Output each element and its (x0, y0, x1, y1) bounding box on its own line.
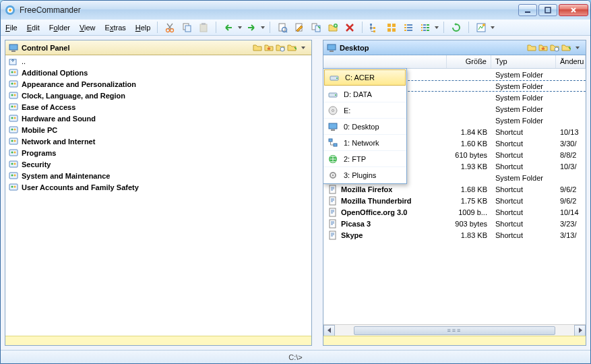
paste-button[interactable] (196, 21, 211, 34)
table-row[interactable]: OpenOffice.org 3.01009 b...Shortcut10/14 (323, 206, 586, 218)
back-button[interactable] (221, 21, 236, 34)
settings-dropdown[interactable] (491, 22, 495, 34)
back-dropdown[interactable] (238, 22, 242, 34)
drive-option[interactable]: D: DATA (323, 86, 406, 102)
list-item[interactable]: Appearance and Personalization (5, 78, 311, 90)
row-size: 1.83 KB (447, 231, 491, 239)
drive-option[interactable]: 0: Desktop (323, 119, 406, 135)
favorite-icon[interactable] (538, 42, 549, 53)
scroll-right-button[interactable] (574, 325, 586, 336)
favorite-icon[interactable] (263, 42, 274, 53)
menu-edit[interactable]: Edit (22, 20, 44, 35)
updir-item[interactable]: .. (5, 55, 311, 67)
col-size[interactable]: Größe (447, 55, 491, 68)
splitter[interactable] (316, 40, 319, 346)
history-icon[interactable] (549, 42, 560, 53)
copy-file-button[interactable] (309, 21, 323, 34)
header-dropdown-icon[interactable] (572, 42, 583, 53)
left-pane-header[interactable]: Control Panel (5, 40, 311, 55)
svg-rect-55 (9, 104, 18, 110)
svg-rect-33 (421, 30, 423, 31)
refresh-button[interactable] (449, 21, 464, 34)
list-item[interactable]: Clock, Language, and Region (5, 90, 311, 101)
thumb-view-button[interactable] (384, 21, 399, 34)
delete-button[interactable] (342, 21, 357, 34)
settings-button[interactable] (474, 21, 489, 34)
svg-rect-30 (407, 30, 412, 31)
col-modified[interactable]: Änderu (556, 55, 586, 68)
tree-view-button[interactable] (367, 21, 382, 34)
copy-button[interactable] (179, 21, 194, 34)
table-row[interactable]: Picasa 3903 bytesShortcut3/23/ (323, 218, 586, 229)
filter-icon[interactable] (286, 42, 297, 53)
right-pane-header[interactable]: Desktop (323, 40, 586, 55)
toolbar-misc (446, 20, 466, 35)
list-item[interactable]: System and Maintenance (5, 170, 311, 181)
minimize-button[interactable] (518, 4, 537, 16)
folder-icon[interactable] (252, 42, 263, 53)
svg-rect-70 (9, 161, 18, 167)
edit-button[interactable] (292, 21, 307, 34)
h-scrollbar[interactable]: ≡≡≡ (323, 324, 586, 336)
drive-option[interactable]: 1: Network (323, 135, 406, 151)
col-type[interactable]: Typ (491, 55, 556, 68)
drive-option[interactable]: C: ACER (324, 69, 406, 86)
menu-help[interactable]: Help (131, 20, 156, 35)
list-view-button[interactable] (401, 21, 416, 34)
list-item[interactable]: Ease of Access (5, 101, 311, 113)
svg-rect-37 (427, 24, 429, 26)
view-dropdown[interactable] (435, 22, 439, 34)
list-item[interactable]: Hardware and Sound (5, 113, 311, 124)
row-type: Shortcut (491, 208, 556, 216)
drive-option[interactable]: E: (323, 102, 406, 119)
svg-rect-3 (525, 11, 530, 13)
row-type: System Folder (491, 105, 556, 113)
details-view-button[interactable] (418, 21, 433, 34)
list-item[interactable]: Programs (5, 147, 311, 158)
list-item[interactable]: Network and Internet (5, 135, 311, 147)
maximize-button[interactable] (538, 4, 557, 16)
menu-extras[interactable]: Extras (100, 20, 131, 35)
header-dropdown-icon[interactable] (298, 42, 309, 53)
list-item[interactable]: Additional Options (5, 67, 311, 78)
col-name[interactable] (323, 55, 447, 68)
menu-file[interactable]: File (1, 20, 22, 35)
drive-label: C: ACER (345, 73, 375, 82)
drive-icon (328, 89, 338, 100)
forward-button[interactable] (244, 21, 259, 34)
drive-label: 0: Desktop (344, 123, 379, 131)
table-row[interactable]: Mozilla Thunderbird1.75 KBShortcut9/6/2 (323, 195, 586, 206)
right-footer (323, 336, 586, 345)
history-icon[interactable] (275, 42, 286, 53)
new-folder-button[interactable] (325, 21, 340, 34)
row-type: System Folder (491, 82, 556, 90)
drive-dropdown: C: ACERD: DATAE:0: Desktop1: Network2: F… (323, 68, 407, 184)
cut-button[interactable] (162, 21, 177, 34)
menu-folder[interactable]: Folder (44, 20, 75, 35)
svg-rect-15 (315, 26, 320, 32)
svg-rect-64 (9, 138, 18, 144)
scroll-left-button[interactable] (323, 325, 335, 336)
folder-icon[interactable] (526, 42, 537, 53)
list-item[interactable]: User Accounts and Family Safety (5, 181, 311, 193)
list-item[interactable]: Mobile PC (5, 124, 311, 135)
svg-point-59 (11, 117, 13, 119)
menu-view[interactable]: View (75, 20, 100, 35)
list-item[interactable]: Security (5, 158, 311, 170)
drive-option[interactable]: 3: Plugins (323, 167, 406, 183)
table-header: Größe Typ Änderu (323, 55, 586, 69)
close-button[interactable] (559, 4, 588, 16)
svg-rect-25 (404, 24, 406, 26)
forward-dropdown[interactable] (261, 22, 265, 34)
table-row[interactable]: Skype1.83 KBShortcut3/13/ (323, 229, 586, 241)
drive-option[interactable]: 2: FTP (323, 151, 406, 167)
row-size: 610 bytes (447, 151, 491, 159)
cpl-icon (8, 79, 19, 90)
filter-icon[interactable] (561, 42, 571, 53)
scroll-thumb[interactable]: ≡≡≡ (354, 326, 555, 335)
table-row[interactable]: Mozilla Firefox1.68 KBShortcut9/6/2 (323, 183, 586, 195)
view-button[interactable] (275, 21, 290, 34)
titlebar: FreeCommander (1, 1, 590, 20)
row-type: Shortcut (491, 197, 556, 205)
row-type: Shortcut (491, 140, 556, 148)
